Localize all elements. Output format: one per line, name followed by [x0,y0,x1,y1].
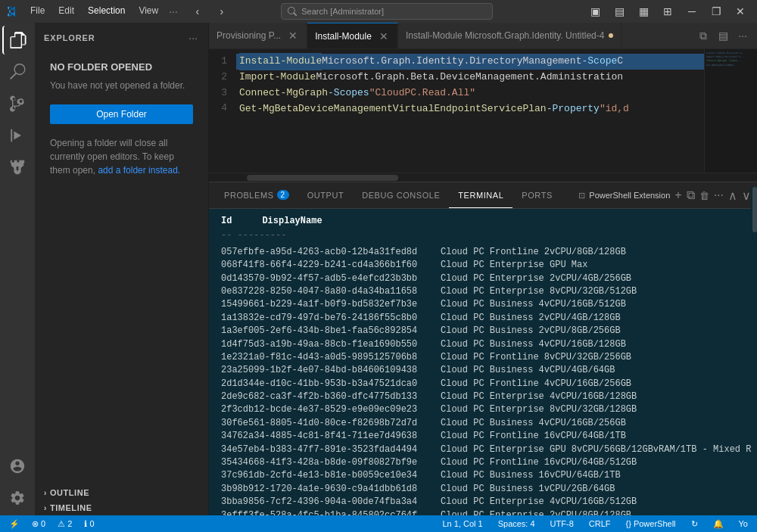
activity-accounts[interactable] [3,452,32,481]
no-folder-text: You have not yet opened a folder. [50,79,193,92]
editor-content: 1 2 3 4 Install-Module Microsoft.Graph.I… [209,49,757,173]
restore-button[interactable]: ❐ [706,4,727,19]
terminal-row-name: Cloud PC Frontline 4vCPU/16GB/256GB [441,378,631,390]
panel-maximize-button[interactable]: ∨ [742,188,751,203]
terminal-split-button[interactable]: ⧉ [687,188,695,202]
terminal-row-name: Cloud PC Business 2vCPU/8GB/256GB [441,325,621,338]
list-item: 3efff3fe-528a-4fc5-b1ba-845802cc764f Clo… [221,509,745,515]
editor-layout-menu-button[interactable]: ▤ [715,27,731,44]
minimize-button[interactable]: ─ [681,4,702,19]
layout-icon-4[interactable]: ⊞ [657,4,678,19]
panel: PROBLEMS 2 OUTPUT DEBUG CONSOLE TERMINAL… [209,182,757,515]
terminal-trash-button[interactable]: 🗑 [699,190,709,201]
indentation-status[interactable]: Spaces: 4 [495,519,538,528]
tab-untitled4-dirty-dot [609,33,613,38]
activity-settings[interactable] [3,484,32,512]
terminal-row-name: Cloud PC Enterprise 4vCPU/16GB/128GB [441,390,637,403]
terminal-row-id: 23a25099-1b2f-4e07-84bd-b84606109438 [221,364,441,377]
tab-untitled4[interactable]: Install-Module Microsoft.Graph.Identity.… [398,23,622,48]
editor-more-button[interactable]: ··· [734,27,751,44]
editor-scrollbar[interactable] [209,173,757,182]
terminal-row-id: 1a13832e-cd79-497d-be76-24186f55c8b0 [221,312,441,325]
sidebar-actions: ··· [187,30,199,45]
open-folder-button[interactable]: Open Folder [50,104,193,124]
terminal-row-name: Cloud PC Enterprise 8vCPU/32GB/512GB [441,285,637,298]
status-bar: ⚡ ⊗ 0 ⚠ 2 ℹ 0 Ln 1, Col 1 Spaces: 4 UTF-… [0,515,757,532]
terminal-header: Id DisplayName [221,215,745,228]
editor-layout-split-button[interactable]: ⧉ [695,27,712,44]
tab-provisioning-close[interactable]: ✕ [287,28,299,43]
sidebar-title: EXPLORER [44,33,95,42]
close-button[interactable]: ✕ [730,4,751,19]
activity-run[interactable] [3,121,32,150]
activity-extensions[interactable] [3,153,32,182]
terminal-row-name: Cloud PC Enterprise GPU 8vCPU/56GB/12GBv… [441,443,757,456]
info-status[interactable]: ℹ 0 [81,519,97,529]
nav-forward-button[interactable]: › [211,4,232,19]
run-icon [9,127,26,144]
terminal-scrollbar-thumb[interactable] [752,187,757,232]
indentation-label: Spaces: 4 [498,519,535,528]
ports-label: PORTS [522,191,552,200]
panel-tab-terminal[interactable]: TERMINAL [449,182,512,208]
line-ending-status[interactable]: CRLF [586,519,614,528]
main-layout: EXPLORER ··· NO FOLDER OPENED You have n… [0,23,757,515]
tab-provisioning[interactable]: Provisioning P... ✕ [209,23,307,48]
list-item: 15499661-b229-4a1f-b0f9-bd5832ef7b3e Clo… [221,298,745,311]
terminal-row-id: 37c961db-2cfd-4e13-b81e-b0059ce10e34 [221,469,441,482]
add-folder-link[interactable]: add a folder instead. [98,165,180,176]
nav-back-button[interactable]: ‹ [187,4,208,19]
layout-icon-2[interactable]: ▤ [609,4,630,19]
list-item: 2d1d344e-d10c-41bb-953b-b3a47521dca0 Clo… [221,378,745,390]
remote-status[interactable]: ⚡ [6,519,23,529]
user-label[interactable]: Yo [736,519,751,528]
terminal-row-name: Cloud PC Business 4vCPU/16GB/128GB [441,338,626,351]
encoding-status[interactable]: UTF-8 [547,519,577,528]
tab-install-module[interactable]: Install-Module ✕ [307,23,398,48]
list-item: 1a13832e-cd79-497d-be76-24186f55c8b0 Clo… [221,312,745,325]
notifications-button[interactable]: 🔔 [710,519,727,529]
terminal-add-button[interactable]: + [674,188,681,202]
terminal-row-name: Cloud PC Frontline 2vCPU/8GB/128GB [441,246,626,259]
language-status[interactable]: {} PowerShell [623,519,679,528]
panel-tab-ports[interactable]: PORTS [512,182,561,208]
activity-explorer[interactable] [2,26,31,54]
cursor-position[interactable]: Ln 1, Col 1 [439,519,485,528]
sidebar-more-button[interactable]: ··· [187,30,199,45]
search-box[interactable]: Search [Administrator] [281,3,493,20]
activity-source-control[interactable] [3,89,32,118]
outline-chevron-icon: › [44,489,47,497]
activity-search[interactable] [3,58,32,86]
scrollbar-thumb[interactable] [247,175,398,181]
editor-area: Provisioning P... ✕ Install-Module ✕ Ins… [209,23,757,515]
menu-selection[interactable]: Selection [82,4,131,19]
terminal-row-id: 0e837228-8250-4047-8a80-d4a34ba11658 [221,285,441,298]
terminal-more-button[interactable]: ··· [714,188,724,202]
sync-button[interactable]: ↻ [688,519,701,529]
terminal-row-id: 1a3ef005-2ef6-434b-8be1-faa56c892854 [221,325,441,338]
code-line-4: Get-MgBetaDeviceManagementVirtualEndpoin… [236,101,704,117]
panel-tab-problems[interactable]: PROBLEMS 2 [215,182,298,208]
no-folder-section: NO FOLDER OPENED You have not yet opened… [35,49,208,201]
warnings-status[interactable]: ⚠ 2 [55,519,75,529]
warnings-label: ⚠ 2 [58,519,72,529]
terminal-row-id: 0d143570-9b92-4f57-adb5-e4efcd23b3bb [221,272,441,285]
panel-tab-debug-console[interactable]: DEBUG CONSOLE [353,182,449,208]
tab-install-module-close[interactable]: ✕ [378,29,390,44]
sidebar-outline-section[interactable]: › OUTLINE [35,485,208,500]
terminal-content[interactable]: Id DisplayName -- --------- 057efbfe-a95… [209,209,757,515]
errors-status[interactable]: ⊗ 0 [29,519,48,529]
no-folder-title: NO FOLDER OPENED [50,61,193,73]
layout-icon-3[interactable]: ▦ [633,4,654,19]
panel-tab-output[interactable]: OUTPUT [298,182,354,208]
code-lines[interactable]: Install-Module Microsoft.Graph.Identity.… [236,49,704,173]
sidebar-timeline-section[interactable]: › TIMELINE [35,500,208,515]
menu-file[interactable]: File [24,4,51,19]
panel-collapse-button[interactable]: ∧ [728,188,737,203]
menu-view[interactable]: View [132,4,164,19]
layout-icon-1[interactable]: ▣ [584,4,606,19]
list-item: 34762a34-4885-4c81-8f41-711ee7d49638 Clo… [221,430,745,443]
menu-more[interactable]: ··· [166,4,181,19]
terminal-row-name: Cloud PC Business 2vCPU/4GB/128GB [441,312,621,325]
menu-edit[interactable]: Edit [52,4,80,19]
